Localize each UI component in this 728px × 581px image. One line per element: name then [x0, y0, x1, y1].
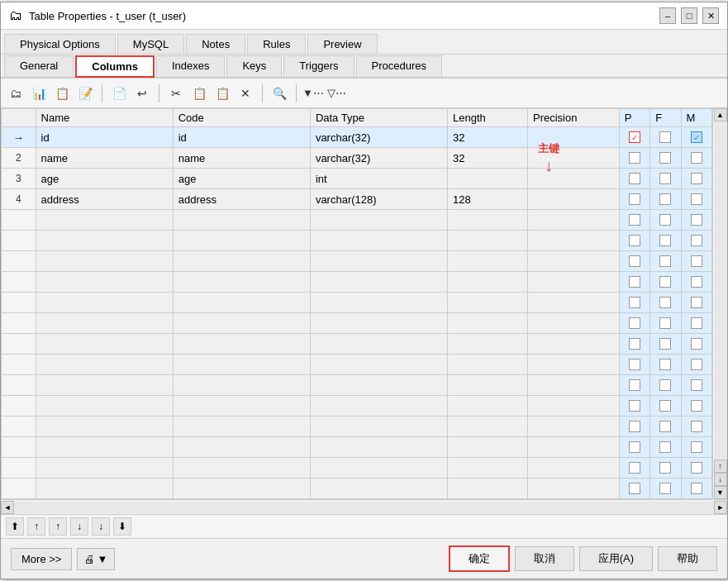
tab-keys[interactable]: Keys [226, 55, 282, 78]
table-row[interactable] [2, 396, 712, 417]
tb-icon4[interactable]: 📝 [75, 83, 95, 103]
cb-e7f[interactable] [659, 255, 671, 267]
maximize-button[interactable]: □ [681, 7, 697, 24]
tab-physical-options[interactable]: Physical Options [4, 34, 116, 55]
cell-code-1[interactable]: id [173, 127, 310, 148]
table-row[interactable] [2, 313, 712, 334]
table-row[interactable] [2, 458, 712, 479]
cell-f-4[interactable] [650, 189, 681, 210]
tab-rules[interactable]: Rules [247, 34, 306, 55]
nav-prev2-button[interactable]: ↑ [49, 517, 67, 536]
cell-datatype-2[interactable]: varchar(32) [310, 148, 447, 169]
delete-icon[interactable]: ✕ [236, 83, 255, 103]
cell-p-4[interactable] [619, 189, 649, 210]
cb-e16m[interactable] [691, 441, 702, 453]
checkbox-m-4[interactable] [691, 193, 702, 205]
search-icon[interactable]: 🔍 [269, 83, 289, 103]
cb-e10p[interactable] [629, 317, 640, 329]
print-button[interactable]: 🖨 ▼ [77, 548, 115, 570]
cell-f-2[interactable] [650, 148, 681, 169]
cell-precision-3[interactable] [527, 169, 619, 189]
cb-e18f[interactable] [659, 483, 671, 494]
cell-f-3[interactable] [650, 169, 681, 189]
paste-icon[interactable]: 📋 [212, 83, 232, 103]
checkbox-f-1[interactable] [659, 131, 671, 143]
cb-e13p[interactable] [629, 379, 640, 391]
print-dropdown-icon[interactable]: ▼ [97, 553, 107, 565]
hscroll-right-button[interactable]: ► [714, 501, 727, 514]
table-row[interactable]: 4 address address varchar(128) 128 [2, 189, 712, 210]
scroll-track[interactable] [715, 121, 726, 460]
cell-length-2[interactable]: 32 [448, 148, 528, 169]
tab-general[interactable]: General [4, 55, 74, 78]
cb-e11f[interactable] [659, 338, 671, 350]
cb-e6f[interactable] [659, 235, 671, 246]
filter-icon[interactable]: ▼⋯ [303, 83, 323, 103]
nav-first-button[interactable]: ⬆ [6, 517, 24, 536]
table-row[interactable]: 3 age age int [2, 169, 712, 189]
filter2-icon[interactable]: ▽⋯ [326, 83, 346, 103]
nav-next-button[interactable]: ↓ [70, 517, 88, 536]
cb-e7p[interactable] [629, 255, 640, 267]
tab-procedures[interactable]: Procedures [356, 55, 442, 78]
cb-e6m[interactable] [691, 235, 702, 246]
copy-icon[interactable]: 📋 [189, 83, 209, 103]
cell-code-2[interactable]: name [173, 148, 310, 169]
table-row[interactable] [2, 355, 712, 375]
nav-prev-button[interactable]: ↑ [27, 517, 45, 536]
cb-e16f[interactable] [659, 441, 671, 453]
cell-datatype-3[interactable]: int [310, 169, 447, 189]
cancel-button[interactable]: 取消 [515, 546, 574, 571]
table-row[interactable] [2, 334, 712, 355]
cut-icon[interactable]: ✂ [166, 83, 186, 103]
checkbox-p-4[interactable] [629, 193, 640, 205]
cb-e12p[interactable] [629, 359, 640, 370]
cb-e12m[interactable] [691, 359, 702, 370]
cell-name-4[interactable]: address [36, 189, 173, 210]
tb-icon2[interactable]: 📊 [29, 83, 49, 103]
minimize-button[interactable]: – [659, 7, 676, 24]
cell-name-1[interactable]: id [36, 127, 173, 148]
cb-e18p[interactable] [629, 483, 640, 494]
tab-columns[interactable]: Columns [75, 55, 155, 78]
cb-e17p[interactable] [629, 462, 640, 474]
cell-p-1[interactable]: ✓ [619, 127, 649, 148]
checkbox-f-2[interactable] [659, 152, 671, 164]
tab-triggers[interactable]: Triggers [283, 55, 354, 78]
cell-m-4[interactable] [681, 189, 711, 210]
cell-f-1[interactable] [650, 127, 681, 148]
cb-e7m[interactable] [691, 255, 702, 267]
cb-e11m[interactable] [691, 338, 702, 350]
cb-e14p[interactable] [629, 400, 640, 412]
cell-p-2[interactable] [619, 148, 649, 169]
cb-e9f[interactable] [659, 297, 671, 308]
nav-next2-button[interactable]: ↓ [92, 517, 110, 536]
cell-precision-1[interactable] [527, 127, 619, 148]
cb-e14f[interactable] [659, 400, 671, 412]
table-row[interactable]: → id id varchar(32) 32 ✓ [2, 127, 712, 148]
cb-e15p[interactable] [629, 421, 640, 432]
cb-e10m[interactable] [691, 317, 702, 329]
scroll-up-button[interactable]: ▲ [714, 108, 727, 121]
more-button[interactable]: More >> [11, 548, 72, 570]
hscroll-track[interactable] [14, 502, 714, 513]
cell-datatype-1[interactable]: varchar(32) [310, 127, 447, 148]
checkbox-m-1[interactable]: ✓ [691, 131, 702, 143]
cell-m-3[interactable] [681, 169, 711, 189]
tab-preview[interactable]: Preview [307, 34, 377, 55]
cb-e11p[interactable] [629, 338, 640, 350]
cb-e14m[interactable] [691, 400, 702, 412]
cb-e17f[interactable] [659, 462, 671, 474]
table-row[interactable] [2, 231, 712, 251]
tab-notes[interactable]: Notes [186, 34, 245, 55]
table-row[interactable] [2, 417, 712, 437]
scroll-page-down-button[interactable]: ↓ [714, 473, 727, 486]
cell-precision-2[interactable] [527, 148, 619, 169]
checkbox-p-2[interactable] [629, 152, 640, 164]
tb-icon3[interactable]: 📋 [52, 83, 72, 103]
cb-e15f[interactable] [659, 421, 671, 432]
table-row[interactable] [2, 293, 712, 313]
cb-e8f[interactable] [659, 276, 671, 288]
cell-length-3[interactable] [448, 169, 528, 189]
close-button[interactable]: ✕ [702, 7, 719, 24]
